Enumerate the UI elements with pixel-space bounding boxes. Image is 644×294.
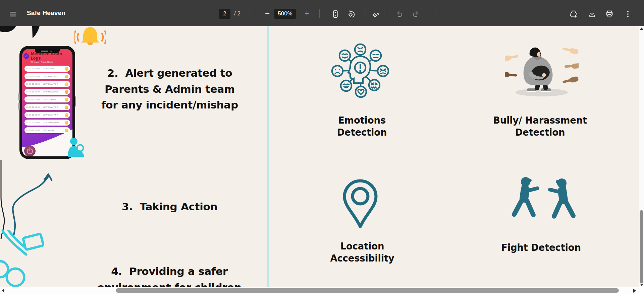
power-icon bbox=[24, 145, 36, 156]
minus-icon: − bbox=[265, 9, 270, 18]
caption-line: Detection bbox=[312, 127, 412, 139]
vertical-scroll-thumb[interactable] bbox=[640, 210, 643, 283]
pen-doodle-illustration bbox=[0, 230, 55, 287]
location-pin-icon bbox=[342, 178, 379, 229]
emotions-cluster-icon bbox=[330, 42, 390, 100]
bullied-person-illustration bbox=[505, 40, 579, 100]
camera-dot bbox=[50, 51, 52, 52]
download-button[interactable] bbox=[587, 9, 597, 19]
pdf-viewer-window: Safe Heaven / 2 − 500% + bbox=[0, 0, 644, 294]
menu-button[interactable] bbox=[8, 9, 18, 19]
add-to-drive-button[interactable] bbox=[569, 9, 579, 19]
download-icon bbox=[587, 9, 597, 19]
location-caption: Location Accessibility bbox=[312, 240, 413, 264]
horizontal-scrollbar[interactable] bbox=[0, 287, 639, 294]
annotate-button[interactable] bbox=[371, 9, 381, 19]
phone-power-side-button bbox=[75, 96, 76, 106]
toolbar-divider bbox=[387, 9, 387, 18]
redo-icon bbox=[411, 9, 421, 19]
rotate-ccw-icon bbox=[347, 9, 356, 19]
pdf-viewer-toolbar: Safe Heaven / 2 − 500% + bbox=[0, 0, 644, 26]
page-count: / 2 bbox=[234, 9, 240, 19]
redo-button[interactable] bbox=[411, 9, 421, 19]
undo-icon bbox=[394, 9, 404, 19]
fit-page-button[interactable] bbox=[330, 9, 340, 19]
speech-bubble-tail bbox=[32, 26, 40, 39]
caption-line: Emotions bbox=[312, 115, 412, 127]
phone-volume-button bbox=[18, 93, 20, 100]
step-2-line: Parents & Admin team bbox=[91, 81, 248, 97]
more-options-button[interactable] bbox=[623, 9, 633, 19]
fight-caption: Fight Detection bbox=[491, 242, 591, 254]
caption-line: Accessibility bbox=[312, 252, 413, 265]
print-icon bbox=[605, 9, 614, 19]
pdf-page: ‹ Mehreen Khan Logs Welcome, Rabia Hasib… bbox=[0, 26, 639, 287]
scroll-right-arrow[interactable] bbox=[633, 289, 636, 293]
step-4-text: 4. Providing a safer environment for chi… bbox=[86, 264, 253, 287]
scrollbar-corner bbox=[639, 287, 644, 294]
drive-add-icon bbox=[569, 9, 578, 19]
toolbar-divider bbox=[319, 9, 320, 18]
plus-icon: + bbox=[305, 9, 309, 18]
section-divider-line bbox=[267, 26, 269, 287]
zoom-in-button[interactable]: + bbox=[302, 8, 312, 19]
step-2-text: 2. Alert generated to Parents & Admin te… bbox=[91, 65, 248, 113]
zoom-out-button[interactable]: − bbox=[262, 8, 272, 19]
step-4-line: environment for children bbox=[86, 280, 253, 288]
kebab-icon bbox=[623, 9, 633, 19]
caption-line: Detection bbox=[473, 127, 607, 139]
vertical-scrollbar[interactable] bbox=[639, 26, 644, 287]
fit-page-icon bbox=[331, 9, 340, 19]
rotate-button[interactable] bbox=[346, 9, 357, 19]
horizontal-scroll-thumb[interactable] bbox=[116, 288, 619, 293]
pen-scribble-icon bbox=[372, 9, 381, 19]
toolbar-divider bbox=[435, 9, 435, 18]
speaker-slot bbox=[41, 51, 48, 52]
speech-bubble-icon bbox=[0, 26, 16, 32]
bully-caption: Bully/ Harassment Detection bbox=[473, 115, 607, 138]
undo-button[interactable] bbox=[394, 9, 404, 19]
step-3-text: 3. Taking Action bbox=[122, 201, 217, 213]
emotions-caption: Emotions Detection bbox=[312, 115, 412, 138]
print-button[interactable] bbox=[604, 9, 614, 19]
step-2-line: 2. Alert generated to bbox=[91, 65, 248, 81]
phone-volume-button bbox=[18, 102, 20, 110]
zoom-level[interactable]: 500% bbox=[274, 9, 296, 19]
parent-child-icon bbox=[65, 136, 85, 157]
caption-line: Location bbox=[312, 240, 413, 252]
step-4-line: 4. Providing a safer bbox=[86, 264, 253, 280]
bell-icon bbox=[74, 26, 106, 46]
scroll-down-arrow[interactable] bbox=[640, 284, 643, 286]
curved-arrow bbox=[3, 169, 56, 239]
toolbar-divider bbox=[254, 9, 254, 18]
fight-figures-icon bbox=[505, 176, 582, 224]
caption-line: Fight Detection bbox=[491, 242, 591, 254]
scroll-left-arrow[interactable] bbox=[2, 289, 4, 293]
phone-notch bbox=[35, 49, 60, 53]
hamburger-icon bbox=[8, 9, 18, 19]
toolbar-divider bbox=[366, 9, 366, 18]
scroll-up-arrow[interactable] bbox=[640, 27, 643, 30]
document-title: Safe Heaven bbox=[27, 0, 65, 26]
power-button[interactable] bbox=[24, 145, 36, 156]
page-input[interactable] bbox=[219, 9, 230, 19]
caption-line: Bully/ Harassment bbox=[473, 115, 607, 127]
step-2-line: for any incident/mishap bbox=[91, 97, 248, 113]
